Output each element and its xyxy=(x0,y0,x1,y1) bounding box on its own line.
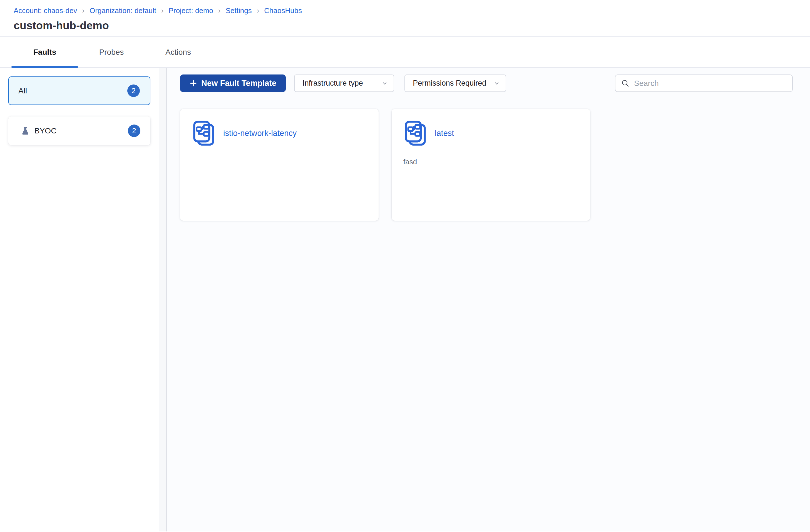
category-sidebar: All 2 BYOC 2 xyxy=(0,68,159,531)
breadcrumb-settings[interactable]: Settings xyxy=(226,6,252,15)
tab-faults-label: Faults xyxy=(33,48,56,57)
content-area: All 2 BYOC 2 New Fault Template xyxy=(0,68,810,531)
breadcrumb-separator: › xyxy=(218,6,221,15)
search-icon xyxy=(621,79,630,87)
infrastructure-type-dropdown[interactable]: Infrastructure type xyxy=(294,75,394,92)
all-count-badge: 2 xyxy=(127,84,140,97)
permissions-required-label: Permissions Required xyxy=(413,79,486,87)
chevron-down-icon xyxy=(493,80,500,87)
active-tab-indicator xyxy=(11,66,78,68)
fault-template-description: fasd xyxy=(403,158,579,166)
breadcrumb-separator: › xyxy=(82,6,84,15)
toolbar: New Fault Template Infrastructure type P… xyxy=(180,75,793,92)
flask-icon xyxy=(20,126,30,136)
infrastructure-type-label: Infrastructure type xyxy=(303,79,363,87)
page-header: Account: chaos-dev › Organization: defau… xyxy=(0,0,810,37)
search-field xyxy=(615,75,793,92)
fault-template-title[interactable]: latest xyxy=(435,129,454,138)
tab-faults[interactable]: Faults xyxy=(11,37,78,67)
breadcrumb-separator: › xyxy=(257,6,259,15)
tab-actions-label: Actions xyxy=(165,48,191,57)
breadcrumb-account[interactable]: Account: chaos-dev xyxy=(14,6,77,15)
sidebar-item-byoc[interactable]: BYOC 2 xyxy=(9,116,150,145)
page-title: custom-hub-demo xyxy=(14,19,810,32)
fault-template-grid: istio-network-latency xyxy=(180,109,793,221)
breadcrumb-project[interactable]: Project: demo xyxy=(169,6,213,15)
breadcrumb-organization[interactable]: Organization: default xyxy=(90,6,156,15)
hub-template-icon xyxy=(192,120,216,146)
sidebar-item-all-label: All xyxy=(18,86,27,95)
new-fault-template-button[interactable]: New Fault Template xyxy=(180,75,286,92)
breadcrumb-chaoshubs[interactable]: ChaosHubs xyxy=(264,6,302,15)
byoc-count-badge: 2 xyxy=(128,125,140,137)
tab-actions[interactable]: Actions xyxy=(145,37,212,67)
breadcrumb: Account: chaos-dev › Organization: defau… xyxy=(14,6,810,15)
card-header: istio-network-latency xyxy=(192,120,367,146)
sidebar-main-divider xyxy=(159,68,167,531)
fault-template-title[interactable]: istio-network-latency xyxy=(223,129,296,138)
fault-template-card-istio-network-latency[interactable]: istio-network-latency xyxy=(180,109,378,221)
tab-bar: Faults Probes Actions xyxy=(0,37,810,68)
hub-template-icon xyxy=(403,120,427,146)
sidebar-item-all[interactable]: All 2 xyxy=(9,77,150,105)
breadcrumb-separator: › xyxy=(161,6,164,15)
search-input[interactable] xyxy=(633,79,787,88)
tab-probes[interactable]: Probes xyxy=(78,37,145,67)
sidebar-item-byoc-label: BYOC xyxy=(34,127,56,135)
plus-icon xyxy=(190,80,197,87)
main-panel: New Fault Template Infrastructure type P… xyxy=(167,68,810,531)
permissions-required-dropdown[interactable]: Permissions Required xyxy=(404,75,506,92)
chevron-down-icon xyxy=(382,80,388,87)
new-fault-template-label: New Fault Template xyxy=(201,79,276,88)
tab-probes-label: Probes xyxy=(99,48,124,57)
fault-template-card-latest[interactable]: latest fasd xyxy=(392,109,590,221)
card-header: latest xyxy=(403,120,579,146)
